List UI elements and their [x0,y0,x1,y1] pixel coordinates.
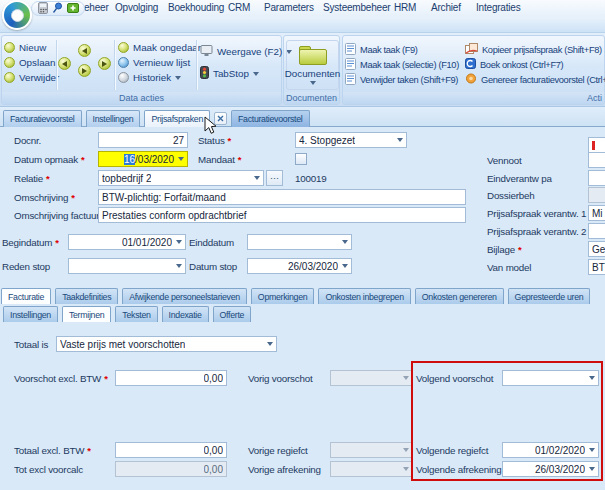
historiek-button[interactable]: Historiek [118,72,181,83]
datum-stop-field[interactable]: 26/03/2020 [247,258,352,274]
dossierbeh-field[interactable] [588,187,605,203]
vernieuw-lijst-button[interactable]: Vernieuw lijst [118,57,190,68]
opslaan-button[interactable]: Opslaan [4,57,56,68]
boek-onkost-label: Boek onkost (Ctrl+F7) [480,60,563,70]
maak-taak-button[interactable]: Maak taak (F9) [345,43,418,57]
required-asterisk: * [46,173,50,184]
verwijder-button[interactable]: Verwijder [4,72,59,83]
dropdown-arrow-icon[interactable] [254,176,260,180]
group-label-documenten: Documenten [284,92,339,104]
nav-first-button[interactable] [78,44,91,57]
dropdown-arrow-icon[interactable] [589,376,595,380]
relatie-browse-button[interactable]: ··· [266,170,283,186]
van-model-field[interactable]: BT [588,259,605,275]
dropdown-arrow-icon[interactable] [589,467,595,471]
dropdown-arrow-icon[interactable] [176,264,182,268]
tab-instellingen[interactable]: Instellingen [3,306,58,322]
reden-stop-combo[interactable] [68,258,186,274]
status-combo[interactable]: 4. Stopgezet [295,132,407,148]
tab-facturatie[interactable]: Facturatie [1,288,51,304]
cutoff-field[interactable] [588,137,605,153]
nav-next-button[interactable] [98,57,111,70]
documenten-button[interactable]: Documenten [286,40,339,90]
verantw2-field[interactable] [588,223,605,239]
tab-afwijkende-personeelstarieven[interactable]: Afwijkende personeelstarieven [122,288,247,304]
menu-parameters[interactable]: Parameters [264,2,314,13]
mandaat-checkbox[interactable] [295,153,307,165]
dropdown-arrow-icon[interactable] [589,448,595,452]
volgende-regiefct-field[interactable]: 01/02/2020 [502,442,599,458]
menu-archief[interactable]: Archief [431,2,461,13]
datum-opmaak-field[interactable]: 16/03/2020 [98,151,188,167]
history-icon [118,72,129,83]
volgende-afrekening-field[interactable]: 26/03/2020 [502,461,599,477]
verwijder-taken-button[interactable]: Verwijder taken (Shift+F9) [345,73,458,87]
dropdown-arrow-icon[interactable] [178,157,184,161]
pin-icon[interactable] [52,0,63,18]
maak-taak-selectie-button[interactable]: Maak taak (selectie) (F10) [345,58,459,72]
calculator-icon[interactable] [38,0,48,18]
tab-onkosten-genereren[interactable]: Onkosten genereren [415,288,504,304]
vorige-regiefct-combo[interactable] [330,442,413,458]
tab-indexatie[interactable]: Indexatie [162,306,209,322]
chevron-down-icon [175,76,181,80]
tab-opmerkingen[interactable]: Opmerkingen [251,288,315,304]
doc-tab-prijsafspraken[interactable]: Prijsafspraken [144,110,210,127]
vorig-voorschot-combo[interactable] [330,370,413,386]
selected-text: 16 [124,154,135,165]
doc-tab-facturatievoorstel-2[interactable]: Facturatievoorstel [231,110,310,127]
dropdown-arrow-icon[interactable] [176,240,182,244]
bijlage-field[interactable]: Ge [588,241,605,257]
relatie-combo[interactable]: topbedrijf 2 [98,170,264,186]
task-page-icon [345,58,356,72]
nav-last-button[interactable] [78,64,91,77]
einddatum-field[interactable] [247,234,352,250]
tot-excl-field[interactable]: 0,00 [115,461,227,477]
close-tab-button[interactable] [214,112,227,125]
begindatum-field[interactable]: 01/01/2020 [68,234,186,250]
nav-previous-button[interactable] [58,57,71,70]
vorige-afrekening-combo[interactable] [330,461,413,477]
dropdown-arrow-icon[interactable] [342,240,348,244]
tab-taakdefinities[interactable]: Taakdefinities [55,288,118,304]
menu-bar [0,17,605,33]
app-logo-icon[interactable] [2,0,32,30]
menu-crm[interactable]: CRM [228,2,250,13]
doc-tab-facturatievoorstel-1[interactable]: Facturatievoorstel [3,110,82,127]
genereer-facturatievoorstel-button[interactable]: Genereer facturatievoorstel (Ctrl+F [465,73,605,86]
totaal-is-combo[interactable]: Vaste prijs met voorschotten [56,336,277,352]
tab-offerte[interactable]: Offerte [213,306,252,322]
tabstop-button[interactable]: TabStop [200,66,259,81]
eindverantw-field[interactable] [588,170,605,186]
omschrijving-field[interactable]: BTW-plichtig: Forfait/maand [98,189,466,205]
omschrijving-factuur-field[interactable]: Prestaties conform opdrachtbrief [98,207,466,223]
docnr-field[interactable]: 27 [98,132,188,148]
menu-opvolging[interactable]: Opvolging [115,2,158,13]
quick-access-toolbar [31,1,85,16]
group-label-data-acties: Data acties [2,92,281,104]
menu-systeembeheer[interactable]: Systeembeheer [323,2,390,13]
tab-teksten[interactable]: Teksten [115,306,157,322]
nieuw-button[interactable]: Nieuw [4,42,46,53]
menu-integraties[interactable]: Integraties [476,2,521,13]
maak-ongedaan-button[interactable]: Maak ongedaan [118,42,203,53]
totaal-field[interactable]: 0,00 [115,442,227,458]
kopieer-prijsafspraak-button[interactable]: Kopieer prijsafspraak (Shift+F8) [465,43,602,56]
boek-onkost-button[interactable]: Boek onkost (Ctrl+F7) [465,58,563,71]
dropdown-arrow-icon [403,467,409,471]
dropdown-arrow-icon[interactable] [267,342,273,346]
menu-boekhouding[interactable]: Boekhouding [168,2,224,13]
vennoot-field[interactable] [588,152,605,168]
weergave-button[interactable]: Weergave (F2) [200,44,292,59]
volgend-voorschot-combo[interactable] [502,370,599,386]
tab-gepresteerde-uren[interactable]: Gepresteerde uren [508,288,591,304]
dropdown-arrow-icon[interactable] [342,264,348,268]
menu-hrm[interactable]: HRM [394,2,416,13]
doc-tab-instellingen[interactable]: Instellingen [86,110,141,127]
dropdown-arrow-icon[interactable] [397,138,403,142]
voorschot-field[interactable]: 0,00 [115,370,227,386]
tab-onkosten-inbegrepen[interactable]: Onkosten inbegrepen [318,288,410,304]
verantw1-field[interactable]: Mi [588,205,605,221]
tab-termijnen[interactable]: Termijnen [62,306,111,322]
add-screen-icon[interactable] [67,0,79,18]
